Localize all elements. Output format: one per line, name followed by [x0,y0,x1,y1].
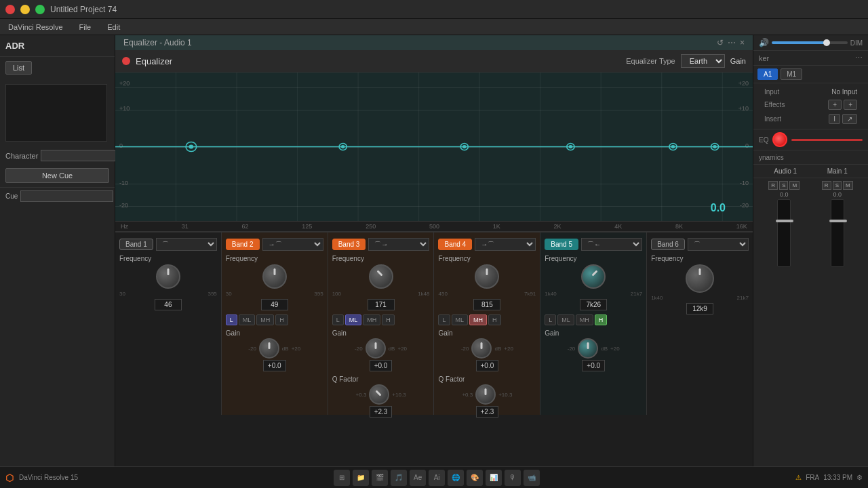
dim-label[interactable]: DIM [850,39,863,47]
band-5-gain-knob[interactable] [578,338,598,359]
band-3-type-select[interactable]: ⌒→ [368,238,429,251]
taskbar-icon-color[interactable]: 🎨 [467,470,483,486]
band-5-filter-MH[interactable]: MH [576,314,593,325]
band-4-freq-knob[interactable] [475,264,499,289]
eq-graph[interactable]: +20 +10 0 -10 -20 +20 +10 0 -10 -20 [115,73,753,222]
band-3-filter-MH[interactable]: MH [363,314,380,325]
menu-edit[interactable]: Edit [104,22,123,33]
taskbar-icon-browser[interactable]: 🌐 [448,470,464,486]
band-2-freq-knob[interactable] [262,264,287,289]
eq-type-select[interactable]: Earth [681,54,725,68]
band-2-freq-value[interactable]: 49 [261,299,288,310]
effects-add-btn[interactable]: + [828,100,842,110]
band-2-type-select[interactable]: →⌒ [262,238,323,251]
band-5-freq-knob[interactable] [581,264,606,289]
cue-char-input[interactable] [20,190,113,202]
tab-m1[interactable]: M1 [781,68,802,80]
band-3-freq-value[interactable]: 171 [368,299,395,310]
band-4-filter-ML[interactable]: ML [452,314,469,325]
strip-audio1-r-btn[interactable]: R [768,181,778,190]
band-4-gain-value[interactable]: +0.0 [476,360,499,371]
tab-a1[interactable]: A1 [757,68,778,80]
volume-slider[interactable] [772,41,848,44]
strip-main1-m-btn[interactable]: M [843,181,853,190]
strip-audio1-fader[interactable] [776,220,793,222]
band-4-q-knob[interactable] [475,384,496,405]
taskbar-icon-ae[interactable]: Ae [410,470,426,486]
volume-knob[interactable] [823,39,830,46]
band-3-freq-knob[interactable] [369,264,393,289]
eq-active-indicator[interactable] [772,132,787,147]
window-minimize-button[interactable] [20,5,30,14]
band-5-freq-value[interactable]: 7k26 [580,299,607,310]
taskbar-icon-film[interactable]: 🎬 [372,470,388,486]
taskbar-icon-folder[interactable]: 📁 [353,470,369,486]
list-button[interactable]: List [5,61,32,75]
band-4-button[interactable]: Band 4 [438,239,472,250]
band-5-button[interactable]: Band 5 [545,239,578,250]
band-2-gain-value[interactable]: +0.0 [263,360,286,371]
band-5-filter-H[interactable]: H [595,314,608,325]
band-2-filter-L[interactable]: L [226,314,237,325]
taskbar-icon-start[interactable]: ⊞ [334,470,350,486]
strip-audio1-s-btn[interactable]: S [779,181,788,190]
strip-main1-s-btn[interactable]: S [833,181,842,190]
band-4-gain-knob[interactable] [471,338,492,359]
strip-audio1-m-btn[interactable]: M [789,181,800,190]
band-4-q-value[interactable]: +2.3 [476,406,499,418]
band-3-gain-value[interactable]: +0.0 [370,360,393,371]
band-3-filter-L[interactable]: L [332,314,344,325]
band-4-filter-H[interactable]: H [488,314,501,325]
band-5-filter-L[interactable]: L [545,314,556,325]
band-1-type-select[interactable]: ⌒ [156,238,217,251]
eq-panel-menu-icon[interactable]: ⋯ [728,38,736,47]
window-close-button[interactable] [5,5,15,14]
eq-panel-reset-icon[interactable]: ↺ [717,38,724,47]
taskbar-icon-mic[interactable]: 🎙 [505,470,521,486]
effects-settings-btn[interactable]: + [844,100,857,110]
band-6-freq-value[interactable]: 12k9 [686,303,713,314]
band-6-freq-knob[interactable] [686,264,714,293]
freq-2k: 2K [554,223,561,230]
band-2-gain-knob[interactable] [259,338,279,359]
taskbar-icon-chart[interactable]: 📊 [486,470,502,486]
strip-main1-fader[interactable] [829,220,847,222]
band-2-filter-H[interactable]: H [275,314,288,325]
band-3-filter-H[interactable]: H [382,314,395,325]
band-5-type-select[interactable]: ⌒← [581,238,642,251]
band-3-gain-knob[interactable] [366,338,386,359]
band-4-filter-L[interactable]: L [438,314,450,325]
mixer-dots[interactable]: ⋯ [855,54,863,62]
menu-file[interactable]: File [77,22,94,33]
band-1-button[interactable]: Band 1 [119,239,153,250]
insert-arrow-btn[interactable]: ↗ [842,114,857,124]
eq-active-dot[interactable] [122,57,130,65]
new-cue-button[interactable]: New Cue [5,168,109,183]
strip-main1-r-btn[interactable]: R [822,181,831,190]
band-2-filter-ML[interactable]: ML [239,314,256,325]
band-5-gain-value[interactable]: +0.0 [582,360,605,371]
taskbar-icon-ai[interactable]: Ai [429,470,445,486]
band-3-q-value[interactable]: +2.3 [370,406,393,418]
band-2-filter-MH[interactable]: MH [256,314,274,325]
band-4-freq-value[interactable]: 815 [473,299,500,310]
window-maximize-button[interactable] [35,5,45,14]
taskbar-icon-video[interactable]: 📹 [524,470,540,486]
band-1-freq-value[interactable]: 46 [155,299,182,310]
band-3-filter-ML[interactable]: ML [345,314,362,325]
band-1-freq-knob[interactable] [156,264,180,289]
band-2-button[interactable]: Band 2 [226,239,260,250]
menu-davinci[interactable]: DaVinci Resolve [5,22,66,33]
band-6-button[interactable]: Band 6 [651,239,685,250]
insert-i-btn[interactable]: I [829,114,840,124]
band-5-filter-ML[interactable]: ML [557,314,574,325]
eq-panel-close-button[interactable]: × [740,38,745,47]
band-3-button[interactable]: Band 3 [332,239,366,250]
band-4-type-select[interactable]: →⌒ [475,238,536,251]
taskbar-icon-music[interactable]: 🎵 [391,470,407,486]
band-6-type-select[interactable]: ⌒ [688,238,749,251]
band-2-freq-label: Frequency [226,255,258,262]
band-4-filter-MH[interactable]: MH [469,314,487,325]
taskbar-settings-icon[interactable]: ⚙ [856,474,863,481]
band-3-q-knob[interactable] [369,384,389,405]
